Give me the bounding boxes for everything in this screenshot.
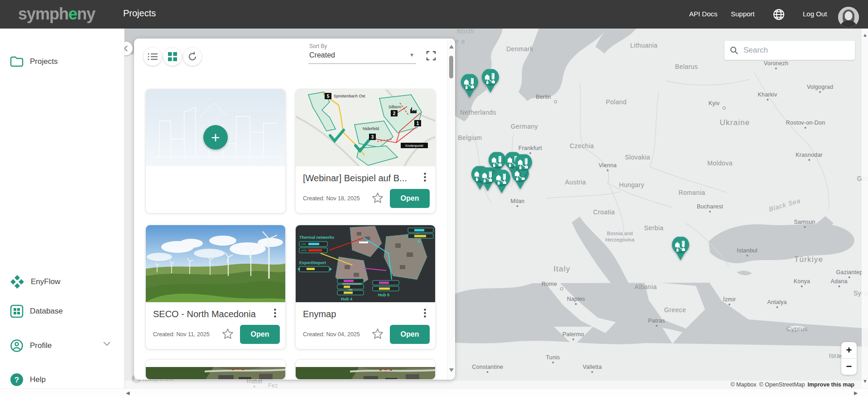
map-label: Ukraine: [720, 118, 750, 127]
sort-by-caret-icon[interactable]: ▼: [409, 52, 414, 58]
project-marker[interactable]: [481, 69, 499, 94]
project-marker[interactable]: [460, 74, 479, 99]
scroll-left-arrow[interactable]: ◀: [126, 390, 129, 396]
map-label: Palermo: [562, 331, 584, 338]
refresh-button[interactable]: [183, 48, 201, 66]
sidebar-label: EnyFlow: [31, 277, 60, 286]
scroll-right-arrow[interactable]: ▶: [854, 390, 858, 396]
map-label: Constantine: [472, 364, 504, 370]
svg-text:LTN: LTN: [301, 243, 306, 246]
favorite-star-button[interactable]: [372, 328, 384, 341]
map-label: Rome: [542, 281, 557, 287]
map-label: Naples: [567, 296, 585, 302]
map-label: Voronezh: [764, 60, 788, 67]
support-link[interactable]: Support: [731, 10, 755, 18]
card-menu-button[interactable]: [271, 308, 279, 320]
project-card-partial[interactable]: [145, 359, 286, 380]
user-avatar[interactable]: [838, 7, 859, 28]
map-label: Vienna: [599, 162, 617, 169]
attribution-osm[interactable]: © OpenStreetMap: [759, 382, 805, 388]
top-bar: sympheny Projects API Docs Support Log O…: [0, 0, 868, 29]
card-menu-button[interactable]: [421, 172, 429, 184]
open-project-button[interactable]: Open: [390, 325, 430, 344]
search-input[interactable]: [743, 45, 849, 55]
scroll-up-arrow[interactable]: ▲: [863, 32, 868, 38]
sidebar-item-help[interactable]: ? Help: [10, 373, 46, 386]
project-title: Enymap: [303, 309, 336, 319]
grid-view-button[interactable]: [163, 48, 182, 66]
svg-text:Hub 5: Hub 5: [378, 293, 389, 297]
project-card-webinar[interactable]: 5 2 1 3 Knotenpunkt Spreitenbach Ost Sil…: [295, 89, 436, 213]
list-view-button[interactable]: [144, 48, 162, 66]
sidebar-item-enyflow[interactable]: EnyFlow: [10, 275, 60, 289]
sidebar-label: Database: [30, 307, 63, 316]
zoom-in-button[interactable]: +: [841, 342, 857, 358]
zoom-out-button[interactable]: −: [841, 359, 857, 375]
sort-by-select[interactable]: Created: [309, 51, 335, 59]
favorite-star-button[interactable]: [372, 192, 384, 205]
new-project-card[interactable]: +: [145, 89, 286, 213]
map-label: Slovakia: [625, 154, 650, 161]
fullscreen-icon: [426, 50, 436, 61]
map-label: Lithuania: [630, 42, 657, 49]
project-card-seco[interactable]: SECO - North Macedonia Created: Nov 11, …: [145, 225, 286, 349]
svg-text:HTN: HTN: [301, 249, 307, 252]
sidebar-label: Projects: [30, 57, 58, 66]
map-label: Krasnodar: [796, 152, 822, 158]
window-vertical-scrollbar[interactable]: ▲ ▼: [862, 29, 868, 388]
new-project-thumbnail: +: [146, 89, 285, 166]
search-icon: [730, 46, 738, 54]
map-label: Herzegovina: [605, 237, 634, 242]
map-label: Greece: [664, 306, 686, 314]
left-sidebar: Projects EnyFlow Database: [0, 29, 125, 388]
svg-text:Niderfeld: Niderfeld: [363, 126, 379, 131]
map-label: Denmark: [506, 45, 533, 53]
project-marker[interactable]: [514, 155, 532, 179]
scroll-up-icon[interactable]: [449, 45, 454, 48]
panel-scrollbar[interactable]: [447, 39, 455, 380]
card-menu-button[interactable]: [421, 308, 429, 320]
sympheny-logo[interactable]: sympheny: [18, 5, 95, 24]
map-label: Poland: [606, 98, 627, 106]
sidebar-item-projects[interactable]: Projects: [10, 56, 58, 68]
project-marker[interactable]: [671, 237, 690, 261]
attribution-improve-link[interactable]: Improve this map: [808, 382, 855, 388]
attribution-mapbox[interactable]: © Mapbox: [730, 382, 756, 388]
profile-icon: [10, 339, 24, 353]
svg-text:Knotenpunkt: Knotenpunkt: [405, 144, 423, 148]
star-icon: [222, 328, 234, 339]
language-globe-button[interactable]: [772, 8, 785, 21]
sidebar-item-profile[interactable]: Profile: [10, 339, 52, 353]
project-card-enymap[interactable]: Thermal networks LTN HTN Export/Import: [295, 225, 436, 349]
created-date: Created: Nov 11, 2025: [153, 331, 222, 338]
chevron-down-icon[interactable]: [103, 342, 110, 346]
add-project-button[interactable]: +: [203, 125, 228, 150]
star-icon: [372, 192, 384, 203]
project-card-partial[interactable]: [295, 359, 436, 380]
map-label: Belarus: [675, 63, 698, 70]
sidebar-item-database[interactable]: Database: [10, 304, 63, 318]
open-project-button[interactable]: Open: [390, 189, 430, 208]
webinar-thumbnail-map: 5 2 1 3 Knotenpunkt Spreitenbach Ost Sil…: [296, 89, 435, 166]
refresh-icon: [187, 52, 197, 62]
favorite-star-button[interactable]: [222, 328, 234, 341]
map-label: Frankfurt: [518, 145, 542, 151]
open-project-button[interactable]: Open: [240, 325, 280, 344]
map-label: Moldova: [707, 159, 733, 167]
api-docs-link[interactable]: API Docs: [689, 10, 718, 18]
panel-scrollbar-thumb[interactable]: [449, 56, 453, 78]
map-label: Romania: [679, 189, 705, 196]
map-label: Tunis: [546, 354, 560, 361]
window-horizontal-scrollbar[interactable]: ◀ ▶: [0, 388, 868, 396]
avatar-photo: [838, 7, 859, 28]
map-search: [724, 41, 855, 60]
scroll-down-icon[interactable]: [449, 368, 454, 372]
svg-text:Hub 4: Hub 4: [341, 297, 352, 301]
scroll-down-arrow[interactable]: ▼: [863, 378, 868, 384]
expand-panel-button[interactable]: [426, 50, 436, 63]
svg-text:1: 1: [417, 121, 419, 126]
help-icon: ?: [10, 373, 24, 386]
log-out-link[interactable]: Log Out: [803, 10, 827, 18]
map-label: Gaziantep: [836, 269, 863, 275]
map-label: e a: [455, 38, 465, 45]
